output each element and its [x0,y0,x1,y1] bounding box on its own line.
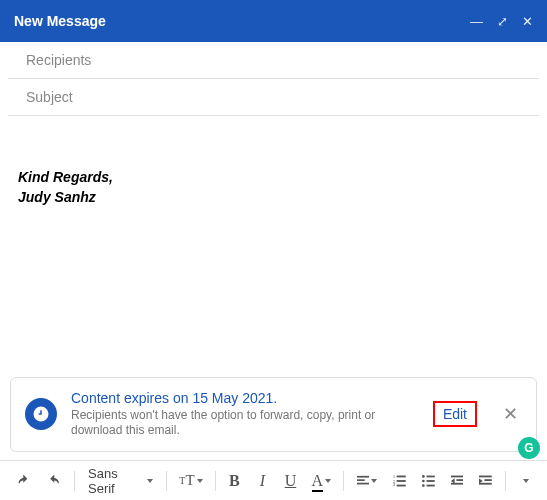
window-title: New Message [14,13,106,29]
chevron-down-icon [371,479,377,483]
align-left-icon [357,475,369,487]
chevron-down-icon [523,479,529,483]
svg-rect-20 [479,482,492,484]
svg-rect-3 [397,475,406,477]
svg-rect-15 [451,475,464,477]
indent-less-button[interactable] [445,468,470,494]
svg-point-9 [422,475,425,478]
toolbar-divider [343,471,344,491]
toolbar-divider [74,471,75,491]
svg-rect-0 [357,475,369,477]
svg-point-10 [422,479,425,482]
svg-text:3: 3 [393,483,395,487]
bulleted-list-button[interactable] [416,468,441,494]
redo-button[interactable] [41,468,68,494]
compose-header: New Message — ⤢ ✕ [0,0,547,42]
confidential-title: Content expires on 15 May 2021. [71,390,419,406]
svg-rect-12 [426,475,434,477]
svg-text:1: 1 [393,475,395,479]
font-family-dropdown[interactable]: Sans Serif [82,466,159,496]
clock-lock-icon [25,398,57,430]
svg-point-11 [422,484,425,487]
font-size-dropdown[interactable]: TT [174,468,207,494]
svg-rect-13 [426,480,434,482]
svg-rect-2 [357,482,369,484]
recipients-field[interactable]: Recipients [8,42,539,79]
more-formatting-dropdown[interactable] [513,468,537,494]
chevron-down-icon [197,479,203,483]
svg-rect-19 [485,479,492,481]
toolbar-divider [166,471,167,491]
grammarly-icon[interactable]: G [518,437,540,459]
subject-field[interactable]: Subject [8,79,539,116]
confidential-text: Content expires on 15 May 2021. Recipien… [71,390,419,439]
close-icon[interactable]: ✕ [522,14,533,29]
signature-block: Kind Regards, Judy Sanhz [18,168,529,207]
toolbar-divider [215,471,216,491]
confidential-mode-banner: Content expires on 15 May 2021. Recipien… [10,377,537,452]
numbered-list-button[interactable]: 123 [387,468,412,494]
confidential-description: Recipients won't have the option to forw… [71,408,419,439]
svg-rect-17 [451,482,464,484]
svg-rect-16 [456,479,463,481]
svg-rect-1 [357,479,365,481]
signature-line: Judy Sanhz [18,188,529,208]
chevron-down-icon [147,479,153,483]
underline-button[interactable]: U [278,468,302,494]
message-body[interactable]: Kind Regards, Judy Sanhz [0,116,547,369]
svg-rect-18 [479,475,492,477]
compose-window: New Message — ⤢ ✕ Recipients Subject Kin… [0,0,547,500]
undo-button[interactable] [10,468,37,494]
chevron-down-icon [325,479,331,483]
bold-button[interactable]: B [222,468,246,494]
minimize-icon[interactable]: — [470,14,483,29]
svg-rect-5 [397,484,406,486]
formatting-toolbar: Sans Serif TT B I U A 123 [0,460,547,500]
expand-icon[interactable]: ⤢ [497,14,508,29]
svg-rect-14 [426,484,434,486]
svg-rect-4 [397,480,406,482]
font-label: Sans Serif [88,466,141,496]
dismiss-confidential-icon[interactable]: ✕ [499,403,522,425]
text-color-dropdown[interactable]: A [306,468,336,494]
edit-confidential-button[interactable]: Edit [433,401,477,427]
window-controls: — ⤢ ✕ [470,14,533,29]
indent-more-button[interactable] [473,468,498,494]
italic-button[interactable]: I [250,468,274,494]
text-color-icon: A [312,472,324,490]
toolbar-divider [505,471,506,491]
align-dropdown[interactable] [351,468,383,494]
signature-line: Kind Regards, [18,168,529,188]
